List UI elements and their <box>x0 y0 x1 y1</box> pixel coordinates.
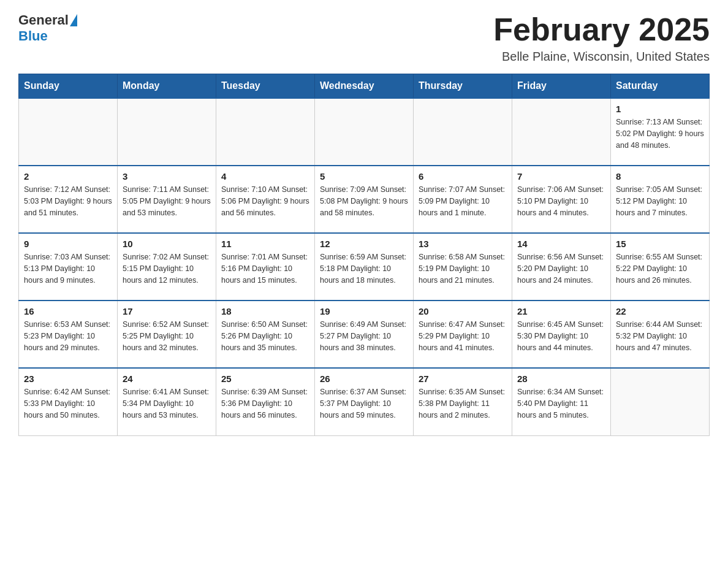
day-cell: 21Sunrise: 6:45 AM Sunset: 5:30 PM Dayli… <box>512 301 611 368</box>
day-number: 11 <box>221 239 309 249</box>
day-cell: 7Sunrise: 7:06 AM Sunset: 5:10 PM Daylig… <box>512 166 611 233</box>
day-info: Sunrise: 7:10 AM Sunset: 5:06 PM Dayligh… <box>221 184 309 218</box>
day-info: Sunrise: 7:03 AM Sunset: 5:13 PM Dayligh… <box>24 251 112 286</box>
day-cell <box>611 368 710 435</box>
logo-triangle-icon <box>70 14 77 26</box>
calendar-header-row: Sunday Monday Tuesday Wednesday Thursday… <box>19 74 710 99</box>
day-info: Sunrise: 6:56 AM Sunset: 5:20 PM Dayligh… <box>517 251 605 286</box>
col-wednesday: Wednesday <box>315 74 414 99</box>
day-info: Sunrise: 7:02 AM Sunset: 5:15 PM Dayligh… <box>123 251 211 286</box>
day-info: Sunrise: 7:09 AM Sunset: 5:08 PM Dayligh… <box>320 184 408 218</box>
week-row-2: 2Sunrise: 7:12 AM Sunset: 5:03 PM Daylig… <box>19 166 710 233</box>
day-number: 20 <box>419 306 507 316</box>
calendar-table: Sunday Monday Tuesday Wednesday Thursday… <box>18 74 710 436</box>
day-cell: 6Sunrise: 7:07 AM Sunset: 5:09 PM Daylig… <box>414 166 512 233</box>
day-number: 19 <box>320 306 408 316</box>
day-cell: 9Sunrise: 7:03 AM Sunset: 5:13 PM Daylig… <box>19 233 118 301</box>
day-number: 14 <box>517 239 605 249</box>
week-row-3: 9Sunrise: 7:03 AM Sunset: 5:13 PM Daylig… <box>19 233 710 301</box>
col-sunday: Sunday <box>19 74 118 99</box>
page-header: General Blue February 2025 Belle Plaine,… <box>18 12 710 64</box>
day-cell: 19Sunrise: 6:49 AM Sunset: 5:27 PM Dayli… <box>315 301 414 368</box>
day-info: Sunrise: 7:11 AM Sunset: 5:05 PM Dayligh… <box>123 184 211 218</box>
day-cell: 14Sunrise: 6:56 AM Sunset: 5:20 PM Dayli… <box>512 233 611 301</box>
day-cell: 26Sunrise: 6:37 AM Sunset: 5:37 PM Dayli… <box>315 368 414 435</box>
day-cell: 15Sunrise: 6:55 AM Sunset: 5:22 PM Dayli… <box>611 233 710 301</box>
day-info: Sunrise: 6:50 AM Sunset: 5:26 PM Dayligh… <box>221 319 309 353</box>
day-cell: 13Sunrise: 6:58 AM Sunset: 5:19 PM Dayli… <box>414 233 512 301</box>
day-cell <box>19 98 118 166</box>
day-number: 15 <box>616 239 704 249</box>
day-cell: 25Sunrise: 6:39 AM Sunset: 5:36 PM Dayli… <box>216 368 315 435</box>
col-friday: Friday <box>512 74 611 99</box>
day-number: 24 <box>123 373 211 384</box>
col-saturday: Saturday <box>611 74 710 99</box>
day-info: Sunrise: 6:49 AM Sunset: 5:27 PM Dayligh… <box>320 319 408 353</box>
day-cell: 23Sunrise: 6:42 AM Sunset: 5:33 PM Dayli… <box>19 368 118 435</box>
day-cell <box>118 98 216 166</box>
day-cell <box>216 98 315 166</box>
day-number: 28 <box>517 373 605 384</box>
day-number: 12 <box>320 239 408 249</box>
day-number: 25 <box>221 373 309 384</box>
day-cell: 18Sunrise: 6:50 AM Sunset: 5:26 PM Dayli… <box>216 301 315 368</box>
day-cell: 20Sunrise: 6:47 AM Sunset: 5:29 PM Dayli… <box>414 301 512 368</box>
calendar-subtitle: Belle Plaine, Wisconsin, United States <box>493 50 710 64</box>
day-info: Sunrise: 6:37 AM Sunset: 5:37 PM Dayligh… <box>320 386 408 421</box>
day-cell: 5Sunrise: 7:09 AM Sunset: 5:08 PM Daylig… <box>315 166 414 233</box>
day-info: Sunrise: 6:34 AM Sunset: 5:40 PM Dayligh… <box>517 386 605 421</box>
day-info: Sunrise: 7:05 AM Sunset: 5:12 PM Dayligh… <box>616 184 704 218</box>
day-info: Sunrise: 6:39 AM Sunset: 5:36 PM Dayligh… <box>221 386 309 421</box>
day-number: 8 <box>616 171 704 182</box>
col-tuesday: Tuesday <box>216 74 315 99</box>
day-info: Sunrise: 6:45 AM Sunset: 5:30 PM Dayligh… <box>517 319 605 353</box>
day-cell <box>414 98 512 166</box>
day-info: Sunrise: 6:52 AM Sunset: 5:25 PM Dayligh… <box>123 319 211 353</box>
day-number: 6 <box>419 171 507 182</box>
day-number: 9 <box>24 239 112 249</box>
day-number: 17 <box>123 306 211 316</box>
day-cell: 2Sunrise: 7:12 AM Sunset: 5:03 PM Daylig… <box>19 166 118 233</box>
day-number: 4 <box>221 171 309 182</box>
day-info: Sunrise: 6:55 AM Sunset: 5:22 PM Dayligh… <box>616 251 704 286</box>
day-info: Sunrise: 6:44 AM Sunset: 5:32 PM Dayligh… <box>616 319 704 353</box>
day-cell: 8Sunrise: 7:05 AM Sunset: 5:12 PM Daylig… <box>611 166 710 233</box>
day-number: 13 <box>419 239 507 249</box>
day-info: Sunrise: 6:42 AM Sunset: 5:33 PM Dayligh… <box>24 386 112 421</box>
day-info: Sunrise: 6:35 AM Sunset: 5:38 PM Dayligh… <box>419 386 507 421</box>
day-number: 16 <box>24 306 112 316</box>
day-number: 23 <box>24 373 112 384</box>
day-info: Sunrise: 7:01 AM Sunset: 5:16 PM Dayligh… <box>221 251 309 286</box>
day-cell: 27Sunrise: 6:35 AM Sunset: 5:38 PM Dayli… <box>414 368 512 435</box>
day-cell: 22Sunrise: 6:44 AM Sunset: 5:32 PM Dayli… <box>611 301 710 368</box>
day-number: 21 <box>517 306 605 316</box>
day-number: 22 <box>616 306 704 316</box>
day-info: Sunrise: 7:12 AM Sunset: 5:03 PM Dayligh… <box>24 184 112 218</box>
week-row-4: 16Sunrise: 6:53 AM Sunset: 5:23 PM Dayli… <box>19 301 710 368</box>
week-row-5: 23Sunrise: 6:42 AM Sunset: 5:33 PM Dayli… <box>19 368 710 435</box>
day-cell: 11Sunrise: 7:01 AM Sunset: 5:16 PM Dayli… <box>216 233 315 301</box>
week-row-1: 1Sunrise: 7:13 AM Sunset: 5:02 PM Daylig… <box>19 98 710 166</box>
day-info: Sunrise: 6:41 AM Sunset: 5:34 PM Dayligh… <box>123 386 211 421</box>
logo-text-general: General <box>18 12 69 28</box>
day-cell: 4Sunrise: 7:10 AM Sunset: 5:06 PM Daylig… <box>216 166 315 233</box>
day-number: 7 <box>517 171 605 182</box>
day-number: 10 <box>123 239 211 249</box>
day-cell: 10Sunrise: 7:02 AM Sunset: 5:15 PM Dayli… <box>118 233 216 301</box>
day-cell: 24Sunrise: 6:41 AM Sunset: 5:34 PM Dayli… <box>118 368 216 435</box>
day-number: 5 <box>320 171 408 182</box>
day-cell: 1Sunrise: 7:13 AM Sunset: 5:02 PM Daylig… <box>611 98 710 166</box>
col-monday: Monday <box>118 74 216 99</box>
day-info: Sunrise: 6:53 AM Sunset: 5:23 PM Dayligh… <box>24 319 112 353</box>
day-info: Sunrise: 7:06 AM Sunset: 5:10 PM Dayligh… <box>517 184 605 218</box>
day-cell: 17Sunrise: 6:52 AM Sunset: 5:25 PM Dayli… <box>118 301 216 368</box>
day-number: 27 <box>419 373 507 384</box>
day-info: Sunrise: 6:58 AM Sunset: 5:19 PM Dayligh… <box>419 251 507 286</box>
day-cell: 3Sunrise: 7:11 AM Sunset: 5:05 PM Daylig… <box>118 166 216 233</box>
day-cell: 16Sunrise: 6:53 AM Sunset: 5:23 PM Dayli… <box>19 301 118 368</box>
title-block: February 2025 Belle Plaine, Wisconsin, U… <box>493 12 710 64</box>
day-info: Sunrise: 6:47 AM Sunset: 5:29 PM Dayligh… <box>419 319 507 353</box>
day-cell <box>315 98 414 166</box>
day-info: Sunrise: 7:13 AM Sunset: 5:02 PM Dayligh… <box>616 117 704 151</box>
day-cell: 12Sunrise: 6:59 AM Sunset: 5:18 PM Dayli… <box>315 233 414 301</box>
